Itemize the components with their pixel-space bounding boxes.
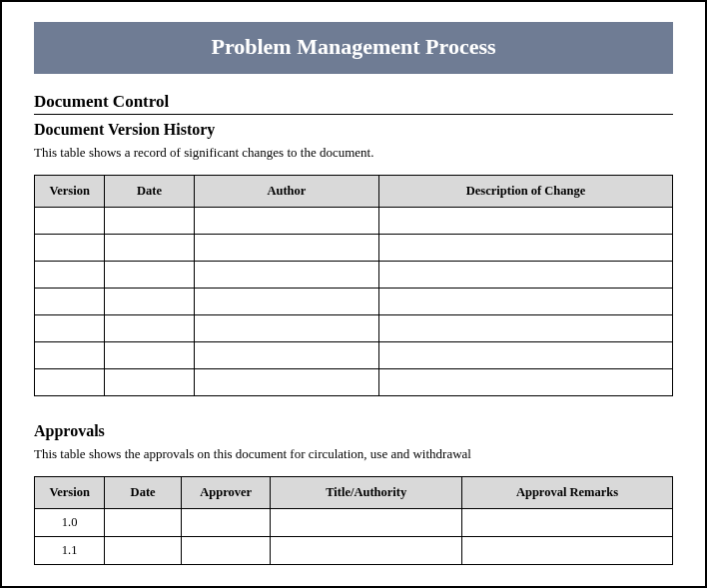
cell-version [35, 235, 105, 262]
cell-date [105, 509, 182, 537]
cell-version: 1.0 [35, 509, 105, 537]
cell-desc [379, 315, 673, 342]
table-row [35, 342, 673, 369]
col-author: Author [194, 176, 378, 208]
col-date: Date [105, 477, 182, 509]
cell-version [35, 342, 105, 369]
table-row: 1.1 [35, 537, 673, 565]
cell-version [35, 315, 105, 342]
cell-author [194, 262, 378, 289]
cell-date [105, 235, 194, 262]
cell-author [194, 289, 378, 315]
cell-date [105, 315, 194, 342]
table-row [35, 235, 673, 262]
cell-desc [379, 262, 673, 289]
table-row [35, 289, 673, 315]
col-version: Version [35, 477, 105, 509]
heading-approvals: Approvals [34, 422, 673, 440]
cell-desc [379, 208, 673, 235]
page-inner: Problem Management Process Document Cont… [4, 4, 703, 588]
cell-author [194, 342, 378, 369]
col-remarks: Approval Remarks [462, 477, 673, 509]
cell-date [105, 262, 194, 289]
cell-author [194, 315, 378, 342]
table-row [35, 315, 673, 342]
section-document-control: Document Control [34, 92, 673, 115]
col-title: Title/Authority [271, 477, 462, 509]
cell-version [35, 208, 105, 235]
cell-date [105, 208, 194, 235]
cell-desc [379, 342, 673, 369]
cell-version [35, 369, 105, 396]
cell-approver [181, 537, 270, 565]
cell-remarks [462, 509, 673, 537]
col-date: Date [105, 176, 194, 208]
cell-author [194, 208, 378, 235]
table-approvals: Version Date Approver Title/Authority Ap… [34, 476, 673, 565]
cell-date [105, 369, 194, 396]
cell-version [35, 289, 105, 315]
table-header-row: Version Date Approver Title/Authority Ap… [35, 477, 673, 509]
col-desc: Description of Change [379, 176, 673, 208]
cell-date [105, 289, 194, 315]
col-approver: Approver [181, 477, 270, 509]
cell-title [271, 537, 462, 565]
caption-version-history: This table shows a record of significant… [34, 145, 673, 161]
table-version-history: Version Date Author Description of Chang… [34, 175, 673, 396]
table-row [35, 208, 673, 235]
document-title-bar: Problem Management Process [34, 22, 673, 74]
caption-approvals: This table shows the approvals on this d… [34, 446, 673, 462]
cell-title [271, 509, 462, 537]
table-row [35, 369, 673, 396]
table-row: 1.0 [35, 509, 673, 537]
cell-desc [379, 369, 673, 396]
heading-version-history: Document Version History [34, 121, 673, 139]
document-title: Problem Management Process [211, 34, 495, 59]
cell-approver [181, 509, 270, 537]
cell-desc [379, 235, 673, 262]
cell-version [35, 262, 105, 289]
cell-date [105, 537, 182, 565]
cell-date [105, 342, 194, 369]
cell-remarks [462, 537, 673, 565]
cell-desc [379, 289, 673, 315]
table-header-row: Version Date Author Description of Chang… [35, 176, 673, 208]
cell-author [194, 235, 378, 262]
page: Problem Management Process Document Cont… [0, 0, 707, 588]
col-version: Version [35, 176, 105, 208]
cell-author [194, 369, 378, 396]
table-row [35, 262, 673, 289]
cell-version: 1.1 [35, 537, 105, 565]
